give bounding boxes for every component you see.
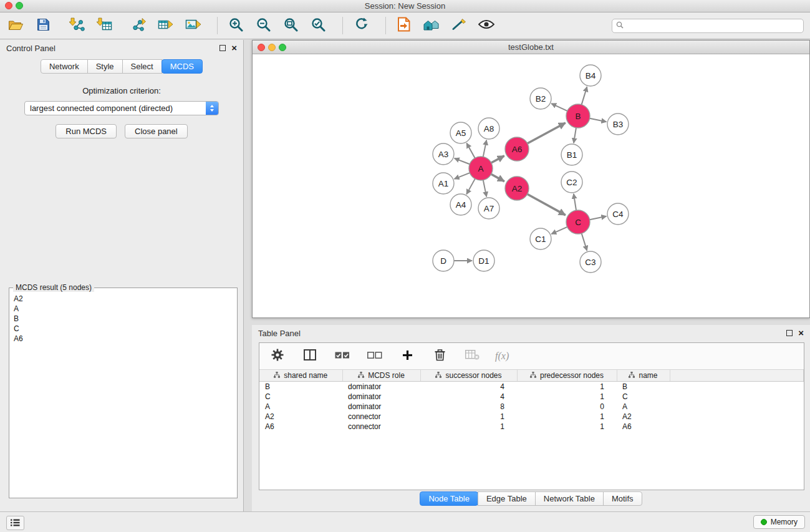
node-A6[interactable]: A6: [505, 137, 529, 161]
function-builder-button[interactable]: f(x): [495, 351, 509, 362]
zoom-out-button[interactable]: [254, 16, 272, 36]
edge-B-B3[interactable]: [590, 118, 607, 122]
show-hide-button[interactable]: [477, 16, 496, 36]
close-table-panel-icon[interactable]: ×: [798, 330, 804, 336]
table-row[interactable]: Bdominator41B: [259, 382, 804, 392]
criterion-dropdown[interactable]: largest connected component (directed): [24, 101, 219, 115]
edge-A2-C[interactable]: [528, 194, 566, 215]
zoom-in-button[interactable]: [226, 16, 245, 36]
cell[interactable]: dominator: [342, 402, 420, 412]
node-D1[interactable]: D1: [473, 250, 494, 271]
edge-A6-B[interactable]: [528, 123, 566, 143]
network-minimize-button[interactable]: [268, 44, 276, 51]
network-close-button[interactable]: [258, 44, 265, 51]
export-network-button[interactable]: [128, 16, 147, 36]
cell[interactable]: B: [617, 382, 670, 392]
cell[interactable]: dominator: [342, 382, 420, 392]
delete-column-button[interactable]: [430, 346, 449, 366]
cell[interactable]: A6: [617, 422, 670, 432]
edge-C-C3[interactable]: [582, 233, 587, 251]
table-row[interactable]: Adominator80A: [259, 402, 804, 412]
cell[interactable]: 1: [420, 422, 517, 432]
cell[interactable]: 1: [517, 422, 617, 432]
cell[interactable]: dominator: [342, 392, 420, 402]
edge-A-A7[interactable]: [483, 180, 486, 197]
edge-C-C4[interactable]: [590, 216, 607, 220]
node-A[interactable]: A: [469, 157, 493, 180]
edge-A-A4[interactable]: [466, 179, 475, 195]
node-A5[interactable]: A5: [450, 122, 471, 143]
network-canvas[interactable]: B4B2BB3A8A5A6B1A3AC2A1A2A4A7C4CC1DD1C3: [253, 54, 809, 317]
node-A1[interactable]: A1: [433, 173, 454, 194]
tab-motifs[interactable]: Motifs: [603, 491, 642, 506]
close-panel-icon[interactable]: ×: [231, 45, 237, 51]
edge-C-C1[interactable]: [551, 227, 567, 234]
cell[interactable]: 0: [517, 402, 617, 412]
edge-A-A2[interactable]: [491, 174, 504, 181]
node-B4[interactable]: B4: [580, 65, 601, 86]
close-panel-button[interactable]: Close panel: [125, 124, 188, 138]
node-C3[interactable]: C3: [580, 251, 601, 273]
node-C2[interactable]: C2: [561, 172, 582, 193]
table-row[interactable]: A6connector11A6: [259, 422, 804, 432]
cell[interactable]: B: [259, 382, 342, 392]
search-field[interactable]: [612, 19, 804, 33]
edge-A-A5[interactable]: [466, 143, 475, 158]
table-settings-button[interactable]: [268, 346, 287, 366]
cell[interactable]: 8: [420, 402, 517, 412]
table-row[interactable]: Cdominator41C: [259, 392, 804, 402]
node-A8[interactable]: A8: [478, 118, 499, 139]
column-header[interactable]: MCDS role: [342, 370, 420, 382]
cell[interactable]: A: [617, 402, 670, 412]
node-B2[interactable]: B2: [530, 88, 551, 109]
column-header[interactable]: successor nodes: [420, 370, 517, 382]
cell[interactable]: 1: [517, 392, 617, 402]
edge-A-A3[interactable]: [455, 158, 470, 164]
node-C4[interactable]: C4: [607, 203, 629, 225]
node-A2[interactable]: A2: [505, 177, 529, 200]
node-B3[interactable]: B3: [607, 114, 629, 135]
cell[interactable]: A6: [259, 422, 342, 432]
result-item[interactable]: C: [14, 324, 233, 334]
float-panel-icon[interactable]: [219, 45, 226, 51]
edge-C-C2[interactable]: [574, 194, 576, 210]
edge-B-B2[interactable]: [551, 104, 567, 111]
node-A4[interactable]: A4: [450, 194, 471, 215]
delete-table-button[interactable]: [463, 346, 481, 366]
cell[interactable]: 4: [420, 382, 517, 392]
table-row[interactable]: A2connector11A2: [259, 412, 804, 422]
result-item[interactable]: B: [14, 314, 233, 324]
zoom-window-button[interactable]: [16, 2, 23, 9]
edge-B-B4[interactable]: [582, 87, 587, 105]
zoom-selected-button[interactable]: [309, 16, 327, 36]
cell[interactable]: C: [259, 392, 342, 402]
open-button[interactable]: [6, 16, 25, 36]
result-item[interactable]: A6: [14, 334, 233, 344]
node-B[interactable]: B: [566, 104, 590, 128]
zoom-fit-button[interactable]: [281, 16, 300, 36]
cell[interactable]: A2: [617, 412, 670, 422]
task-history-button[interactable]: [6, 516, 24, 530]
tab-network-table[interactable]: Network Table: [535, 491, 604, 506]
column-header[interactable]: shared name: [259, 370, 342, 382]
edge-A-A6[interactable]: [491, 156, 504, 163]
result-item[interactable]: A: [14, 304, 233, 314]
export-table-button[interactable]: [156, 16, 175, 36]
tab-mcds[interactable]: MCDS: [162, 59, 203, 74]
import-network-button[interactable]: [67, 16, 86, 36]
edge-B-B1[interactable]: [574, 128, 576, 143]
tab-node-table[interactable]: Node Table: [420, 491, 478, 506]
save-button[interactable]: [34, 16, 52, 36]
apply-layout-button[interactable]: [352, 16, 370, 36]
deselect-all-columns-button[interactable]: [365, 346, 384, 366]
cell[interactable]: 1: [420, 412, 517, 422]
search-input[interactable]: [626, 21, 799, 31]
tab-network[interactable]: Network: [41, 59, 88, 74]
node-D[interactable]: D: [433, 250, 454, 271]
result-item[interactable]: A2: [14, 294, 233, 304]
edge-A-A8[interactable]: [483, 140, 486, 157]
titlebar[interactable]: Session: New Session: [0, 0, 810, 12]
network-window-titlebar[interactable]: testGlobe.txt: [253, 41, 809, 54]
first-neighbors-button[interactable]: [422, 16, 441, 36]
export-image-button[interactable]: [183, 16, 202, 36]
